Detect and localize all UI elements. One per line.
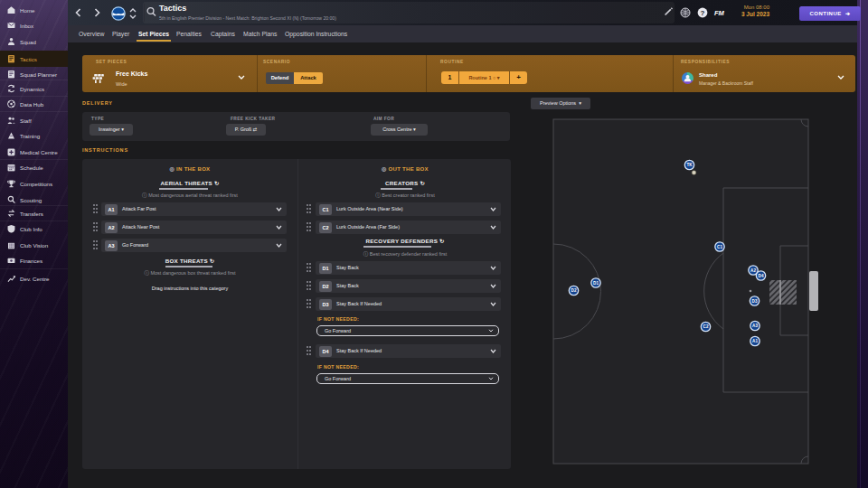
svg-text:D1: D1 (593, 281, 599, 286)
svg-text:A3: A3 (752, 324, 758, 328)
svg-text:D2: D2 (571, 288, 577, 293)
svg-text:C2: C2 (703, 324, 709, 329)
svg-text:D4: D4 (759, 274, 764, 278)
svg-text:D3: D3 (752, 299, 758, 304)
svg-text:TK: TK (686, 163, 693, 167)
svg-text:C1: C1 (717, 245, 722, 249)
svg-text:?: ? (701, 9, 705, 17)
svg-text:A2: A2 (750, 268, 756, 273)
svg-text:A1: A1 (752, 339, 758, 343)
